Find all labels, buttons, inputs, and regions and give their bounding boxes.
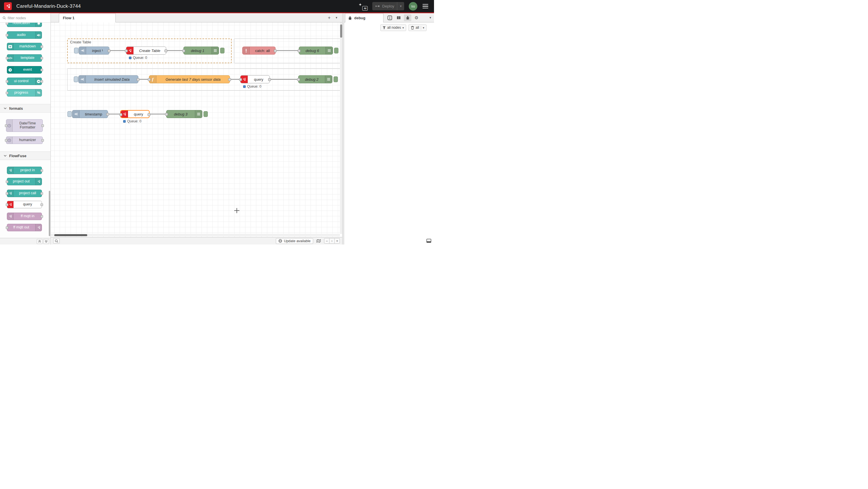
tab-debug[interactable]: debug: [345, 13, 383, 22]
debug-toggle-button[interactable]: [204, 111, 208, 117]
sidebar-menu-button[interactable]: ▾: [429, 16, 434, 20]
node-debug-1[interactable]: debug 1: [183, 47, 219, 55]
clear-scope-label: all: [415, 26, 419, 30]
search-flows-button[interactable]: [53, 238, 60, 243]
palette-filter-input[interactable]: [8, 16, 48, 20]
debug-toggle-button[interactable]: [334, 48, 338, 53]
canvas-vscroll-thumb[interactable]: [340, 24, 342, 38]
status-text: Queue: 0: [247, 84, 261, 88]
flowfuse-logo[interactable]: [4, 2, 12, 10]
palette-node-ui-control[interactable]: ui control: [7, 78, 42, 85]
port-in[interactable]: [182, 50, 185, 52]
palette-node-ff-mqtt-out[interactable]: ff mqtt out: [7, 224, 42, 231]
port-out[interactable]: [228, 78, 231, 81]
palette-node-event[interactable]: event: [7, 66, 42, 74]
inject-button[interactable]: [74, 48, 79, 53]
inject-button[interactable]: [67, 111, 72, 117]
tab-flow-1[interactable]: Flow 1: [59, 13, 116, 22]
palette-node-datetime-formatter[interactable]: Date/Time Formatter: [6, 119, 43, 132]
node-query-middle[interactable]: query: [240, 75, 270, 83]
main-menu-button[interactable]: [422, 3, 429, 9]
inject-button[interactable]: [74, 77, 78, 82]
navigator-button[interactable]: [315, 239, 322, 243]
palette-node-audio[interactable]: audio: [7, 31, 42, 39]
node-label: timestamp: [80, 112, 107, 116]
update-available-button[interactable]: Update available: [276, 238, 313, 244]
node-debug-6[interactable]: debug 6: [299, 47, 333, 55]
port-out[interactable]: [274, 50, 277, 52]
port-out[interactable]: [164, 50, 167, 52]
palette-node-notification[interactable]: notification: [7, 23, 42, 27]
flowfuse-icon: [7, 167, 13, 174]
zoom-out-button[interactable]: −: [324, 238, 330, 243]
port-out[interactable]: [107, 50, 111, 52]
info-tab-button[interactable]: [386, 15, 394, 21]
palette-node-humanizer[interactable]: humanizer: [6, 137, 43, 144]
add-flow-button[interactable]: +: [328, 16, 330, 20]
deploy-caret[interactable]: ▾: [397, 2, 404, 10]
palette-collapse-all-button[interactable]: [37, 239, 42, 244]
port-out[interactable]: [148, 113, 150, 116]
status-text: Queue: 0: [127, 119, 141, 123]
port-in[interactable]: [119, 113, 122, 116]
palette-node-template[interactable]: </> template: [7, 54, 42, 62]
port-in[interactable]: [165, 113, 168, 116]
zoom-in-button[interactable]: +: [334, 238, 340, 243]
zoom-reset-button[interactable]: ○: [329, 238, 335, 243]
node-catch-all[interactable]: catch: all: [242, 47, 276, 55]
port-in: [6, 180, 8, 183]
node-generate-sensor-data[interactable]: f Generate last 7 days sensor data: [149, 75, 230, 83]
deploy-button[interactable]: Deploy ▾: [372, 2, 404, 10]
port-in[interactable]: [125, 50, 128, 52]
debug-toggle-button[interactable]: [220, 48, 224, 53]
node-debug-2[interactable]: debug 2: [298, 75, 332, 83]
palette-scrollbar[interactable]: [49, 191, 50, 236]
debug-messages-panel[interactable]: [344, 33, 434, 237]
flow-list-button[interactable]: ▾: [336, 16, 337, 19]
palette-node-progress[interactable]: % progress: [7, 89, 42, 96]
port-in: [6, 57, 8, 59]
palette-node-project-out[interactable]: project out: [7, 178, 42, 185]
book-icon: [396, 16, 401, 20]
help-tab-button[interactable]: [395, 15, 402, 21]
filter-nodes-button[interactable]: all nodes ▾: [380, 24, 406, 31]
palette-node-project-in[interactable]: project in: [7, 167, 42, 174]
port-in[interactable]: [239, 78, 242, 81]
palette-node-ff-mqtt-in[interactable]: ff mqtt in: [7, 212, 42, 220]
debug-tab-button[interactable]: [404, 15, 411, 21]
node-inject-1[interactable]: inject ¹: [79, 47, 110, 55]
node-query-selected[interactable]: query: [120, 110, 150, 118]
port-in[interactable]: [298, 50, 301, 52]
port-in[interactable]: [148, 78, 151, 81]
node-debug-3[interactable]: debug 3: [166, 110, 203, 118]
node-timestamp[interactable]: timestamp: [72, 110, 108, 118]
node-insert-simulated-data[interactable]: Insert simulated Data: [79, 75, 138, 83]
sidebar-resize-handle[interactable]: [342, 13, 344, 244]
port-out[interactable]: [136, 78, 140, 81]
palette-node-project-call[interactable]: project call: [7, 190, 42, 197]
node-create-table[interactable]: Create Table: [126, 47, 166, 55]
clear-messages-button[interactable]: all ▾: [408, 24, 427, 31]
port-in[interactable]: [297, 78, 300, 81]
palette-section-formats[interactable]: formats: [0, 104, 51, 113]
workspace-canvas[interactable]: Create Table inject ¹ C: [51, 22, 342, 237]
avatar[interactable]: su: [409, 2, 417, 11]
palette-scroll-area[interactable]: notification audio M markdown: [0, 23, 51, 238]
open-console-icon[interactable]: [426, 238, 431, 243]
palette-section-flowfuse[interactable]: FlowFuse: [0, 151, 51, 160]
menu-icon: [423, 4, 428, 5]
palette-node-query[interactable]: query: [7, 201, 42, 208]
canvas-hscroll-thumb[interactable]: [54, 234, 87, 236]
palette-node-markdown[interactable]: M markdown: [7, 43, 42, 50]
ai-assistant-button[interactable]: AI: [359, 2, 368, 11]
config-tab-button[interactable]: ⚙: [413, 15, 420, 21]
port-out[interactable]: [106, 113, 109, 116]
canvas-vscroll-track[interactable]: [340, 22, 342, 234]
palette-expand-all-button[interactable]: [43, 239, 49, 244]
port-out: [40, 46, 43, 48]
filter-label: all nodes: [387, 26, 401, 30]
port-in: [6, 80, 8, 83]
canvas-hscroll-track[interactable]: [51, 234, 340, 236]
port-out[interactable]: [268, 78, 271, 81]
debug-toggle-button[interactable]: [334, 77, 338, 82]
